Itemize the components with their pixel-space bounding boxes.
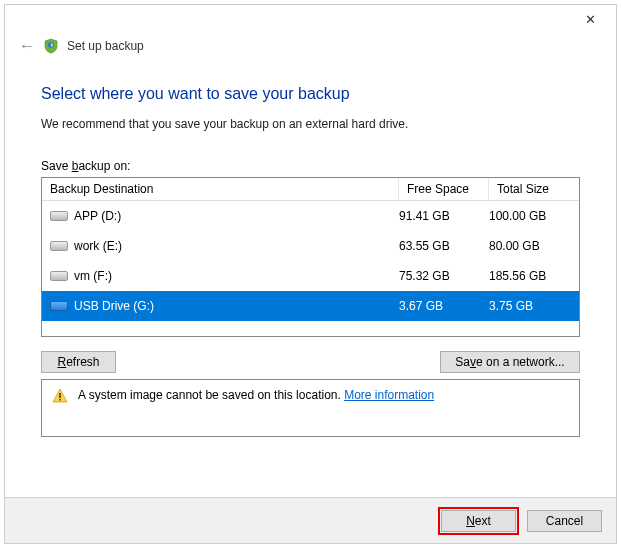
cancel-button[interactable]: Cancel bbox=[527, 510, 602, 532]
drive-total: 3.75 GB bbox=[489, 299, 571, 313]
page-heading: Select where you want to save your backu… bbox=[41, 85, 580, 103]
back-arrow-icon[interactable]: ← bbox=[19, 37, 35, 55]
refresh-button[interactable]: Refresh bbox=[41, 351, 116, 373]
drive-row[interactable]: work (E:) 63.55 GB 80.00 GB bbox=[42, 231, 579, 261]
drive-free: 3.67 GB bbox=[399, 299, 489, 313]
svg-rect-2 bbox=[59, 399, 61, 401]
col-destination[interactable]: Backup Destination bbox=[42, 178, 399, 200]
save-on-label: Save backup on: bbox=[41, 159, 580, 173]
disk-icon bbox=[50, 271, 68, 281]
drive-list-header: Backup Destination Free Space Total Size bbox=[42, 178, 579, 201]
drive-list: Backup Destination Free Space Total Size… bbox=[41, 177, 580, 337]
warning-text: A system image cannot be saved on this l… bbox=[78, 388, 344, 402]
save-network-button[interactable]: Save on a network... bbox=[440, 351, 580, 373]
drive-total: 80.00 GB bbox=[489, 239, 571, 253]
drive-free: 75.32 GB bbox=[399, 269, 489, 283]
footer: Next Cancel bbox=[5, 497, 616, 543]
close-icon[interactable]: ✕ bbox=[570, 12, 610, 27]
drive-row[interactable]: vm (F:) 75.32 GB 185.56 GB bbox=[42, 261, 579, 291]
drive-row-selected[interactable]: USB Drive (G:) 3.67 GB 3.75 GB bbox=[42, 291, 579, 321]
shield-icon bbox=[43, 38, 59, 54]
middle-button-row: Refresh Save on a network... bbox=[41, 351, 580, 373]
drive-free: 91.41 GB bbox=[399, 209, 489, 223]
header-row: ← Set up backup bbox=[5, 33, 616, 65]
window-title: Set up backup bbox=[67, 39, 144, 53]
content-area: Select where you want to save your backu… bbox=[5, 65, 616, 437]
drive-name: APP (D:) bbox=[74, 209, 399, 223]
drive-name: USB Drive (G:) bbox=[74, 299, 399, 313]
recommend-text: We recommend that you save your backup o… bbox=[41, 117, 580, 131]
titlebar: ✕ bbox=[5, 5, 616, 33]
disk-icon bbox=[50, 301, 68, 311]
drive-total: 100.00 GB bbox=[489, 209, 571, 223]
col-free-space[interactable]: Free Space bbox=[399, 178, 489, 200]
svg-rect-1 bbox=[59, 393, 61, 398]
next-highlight: Next bbox=[438, 507, 519, 535]
more-info-link[interactable]: More information bbox=[344, 388, 434, 402]
drive-total: 185.56 GB bbox=[489, 269, 571, 283]
warning-text-wrap: A system image cannot be saved on this l… bbox=[78, 388, 434, 402]
drive-name: vm (F:) bbox=[74, 269, 399, 283]
next-button[interactable]: Next bbox=[441, 510, 516, 532]
drive-free: 63.55 GB bbox=[399, 239, 489, 253]
disk-icon bbox=[50, 211, 68, 221]
disk-icon bbox=[50, 241, 68, 251]
col-total-size[interactable]: Total Size bbox=[489, 178, 579, 200]
backup-wizard-window: ✕ ← Set up backup Select where you want … bbox=[4, 4, 617, 544]
drive-row[interactable]: APP (D:) 91.41 GB 100.00 GB bbox=[42, 201, 579, 231]
drive-name: work (E:) bbox=[74, 239, 399, 253]
warning-box: A system image cannot be saved on this l… bbox=[41, 379, 580, 437]
warning-icon bbox=[52, 388, 68, 404]
